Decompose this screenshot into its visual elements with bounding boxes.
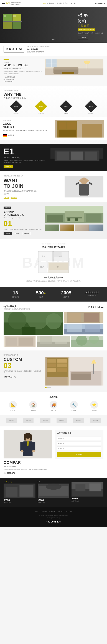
join-intro: 需要加盟全屋定制主要是什么？ <box>4 175 62 177</box>
svg-rect-64 <box>68 313 81 322</box>
join-freq-desc-1: 最新加盟资讯 <box>4 502 36 503</box>
compare-phone-input[interactable] <box>57 442 101 445</box>
nav-item-products[interactable]: 产品中心 <box>47 2 54 5</box>
svg-rect-95 <box>71 372 91 374</box>
service-icon-symbol-4: 🔧 <box>72 402 76 407</box>
original-image <box>45 206 103 224</box>
partner-logo-2: 合作商2 <box>23 418 34 423</box>
custom-desc: 室内家装品牌的好伴侣，为您打造专属定制家居空间，让生活更有品质。 <box>4 370 42 374</box>
svg-rect-68 <box>67 324 82 332</box>
case-thumb-row-2 <box>37 336 70 347</box>
hero-house-illustration <box>2 11 23 32</box>
case-thumb-row-3 <box>71 336 103 347</box>
footer-nav-home[interactable]: 首页 <box>35 510 38 512</box>
nav-item-home[interactable]: 首页 <box>43 2 46 5</box>
product-desc: 铂球全屋定制家具，采用优质环保材料，精工细作，为您打造品质生活。 <box>3 130 52 132</box>
svg-rect-7 <box>13 15 16 17</box>
compare-section: COMPAR 始终比我们多一次 铂球全屋定制与传统家居相比，我们在品质、服务、价… <box>0 426 107 478</box>
compare-person-image <box>4 430 52 458</box>
original-title: BARIUMORIGINAL 6 BIG <box>4 210 42 216</box>
original-thumb-4 <box>89 224 103 231</box>
barium-tag-right: BARIUM — <box>88 306 103 309</box>
svg-rect-72 <box>6 338 17 346</box>
join-freq-img-1 <box>4 484 36 498</box>
svg-rect-73 <box>19 338 34 346</box>
footer-nav-products[interactable]: 产品中心 <box>41 510 47 512</box>
compare-name-input[interactable] <box>57 436 101 440</box>
partner-logo-3: 合作商3 <box>40 418 50 423</box>
join-freq-img-3 <box>71 482 103 496</box>
diamond-item-3: 真材料 环保材质 <box>62 102 70 114</box>
case-thumb-2 <box>64 324 103 334</box>
stat-label-3: 成立年份 <box>54 296 78 298</box>
svg-rect-101 <box>24 437 26 440</box>
svg-rect-65 <box>84 313 99 322</box>
svg-point-36 <box>86 179 89 182</box>
hero-btn[interactable]: 了解更多 <box>78 36 88 39</box>
svg-rect-117 <box>76 484 86 491</box>
svg-rect-90 <box>47 368 56 372</box>
svg-rect-43 <box>67 218 70 221</box>
whole-house-image <box>45 60 103 76</box>
svg-rect-91 <box>57 368 67 372</box>
e1-desc: 日本风格，现代与自然的完美融合，为您打造舒适家居环境。THE WHOLE HOU… <box>4 160 48 164</box>
svg-point-14 <box>84 60 90 64</box>
original-btn-3[interactable]: 查看案例 <box>22 232 30 235</box>
footer-nav-whole-house[interactable]: 全屋定制 <box>49 510 55 512</box>
svg-rect-61 <box>22 327 36 335</box>
compare-form: 免费获取设计方案 立即预约 <box>55 430 103 459</box>
hero-section: 极致 简约 简装典范 铂球·全屋定制家具品牌 实木全屋定制家具，全屋一站式解决方… <box>0 7 107 43</box>
join-link-1[interactable]: 了解更多 <box>4 196 9 198</box>
original-tag: 铂球独有 <box>4 206 12 209</box>
custom-right <box>45 357 103 388</box>
compare-desc: 铂球全屋定制与传统家居相比，我们在品质、服务、价格等各方面都有明显优势。 <box>4 469 52 471</box>
service-icon-1: 📐 <box>9 401 17 409</box>
case-section: 铂球全屋家居 铂球全屋定制，为您提供最优质的家居解决方案。 BARIUM — <box>0 302 107 350</box>
nav-item-about[interactable]: 关于我们 <box>71 2 77 5</box>
stat-item-4: 5000000 累计服务客户 <box>80 290 103 298</box>
logo-dot-3 <box>4 3 5 4</box>
join-freq-item-1: Join Frequency — 铂球加盟 最新加盟资讯 <box>4 481 36 503</box>
service-item-4: 🔧 售后服务 <box>65 401 83 411</box>
join-freq-img-2 <box>38 484 70 498</box>
svg-rect-86 <box>47 359 56 362</box>
custom-phone: 400-0056-576 <box>4 376 42 378</box>
service-item-1: 📐 设计方案 <box>4 401 22 411</box>
barium-wm-title: 全屋定制加盟支持项目 <box>4 246 103 249</box>
svg-point-107 <box>32 450 35 452</box>
compare-city-input[interactable] <box>57 446 101 450</box>
original-thumb-3 <box>75 224 89 231</box>
partner-logo-4: 合作商4 <box>57 418 67 423</box>
custom-nav-dot-3 <box>49 387 51 388</box>
footer-phone: 400-0056-576 <box>4 520 103 523</box>
partner-logo-6: 合作商6 <box>90 418 101 423</box>
join-know: 知道了？ <box>4 193 62 195</box>
original-btn-1[interactable]: 了解更多 <box>4 232 12 235</box>
hero-title: 极致 简约 <box>78 12 103 24</box>
service-section: 服务流程 📐 设计方案 🏠 量房定制 🚚 配送安装 🔧 售后服务 <box>0 392 107 415</box>
original-section: 铂球独有 BARIUMORIGINAL 6 BIG Please join ou… <box>0 202 107 239</box>
why-subtitle: 为什么全屋定制主要是什么? <box>4 97 103 99</box>
join-link-2[interactable]: 立即咨询 <box>11 196 17 198</box>
main-nav: 首页 产品中心 全屋定制 加盟合作 关于我们 <box>43 2 77 5</box>
original-num: 01 <box>4 220 42 227</box>
svg-rect-76 <box>40 336 52 344</box>
barium-wm-content: THE WHOLE HOUSE AMB CUSTOM 全屋定制加盟支持项目 卧室… <box>4 243 103 282</box>
logo-dot-1 <box>2 3 3 4</box>
compare-submit-btn[interactable]: 立即预约 <box>57 452 101 457</box>
svg-rect-87 <box>57 359 67 362</box>
footer-nav-franchise[interactable]: 加盟合作 <box>58 510 63 512</box>
product-title: GOODNATURAL <box>3 122 52 129</box>
nav-item-whole-house[interactable]: 全屋定制 <box>55 2 62 5</box>
nav-item-franchise[interactable]: 加盟合作 <box>63 2 69 5</box>
footer-nav-about[interactable]: 关于我们 <box>66 510 72 512</box>
stat-label-4: 累计服务客户 <box>80 294 103 296</box>
svg-point-106 <box>21 450 24 452</box>
product-tag: 产品品质自然好 <box>3 120 52 122</box>
diamond-desc-1: 品质保证 <box>12 112 21 114</box>
original-btn-2[interactable]: 立即加盟 <box>13 232 21 235</box>
service-icon-5: ⭐ <box>90 401 98 409</box>
hero-prev-btn[interactable]: ‹ <box>50 38 51 41</box>
hero-next-btn[interactable]: › <box>57 38 57 41</box>
svg-rect-89 <box>57 364 67 367</box>
